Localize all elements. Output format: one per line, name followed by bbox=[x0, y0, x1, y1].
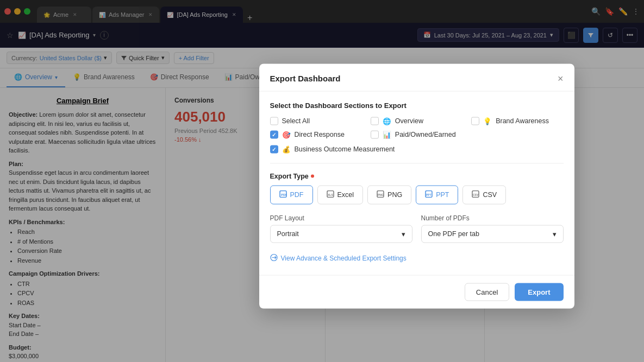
direct-response-icon: 🎯 bbox=[282, 130, 291, 138]
checkbox-overview-box[interactable] bbox=[371, 117, 379, 125]
modal-title: Export Dashboard bbox=[270, 74, 341, 83]
checkbox-select-all-box[interactable] bbox=[270, 117, 278, 125]
export-excel-button[interactable]: XLS Excel bbox=[317, 185, 364, 204]
svg-text:PNG: PNG bbox=[378, 193, 384, 196]
layout-row: PDF Layout Portrait ▾ Number of PDFs One… bbox=[270, 214, 564, 243]
sections-label: Select the Dashboard Sections to Export bbox=[270, 101, 564, 109]
ppt-icon: PPT bbox=[425, 190, 433, 199]
num-pdfs-chevron: ▾ bbox=[553, 230, 557, 238]
checkbox-select-all[interactable]: Select All bbox=[270, 117, 362, 125]
export-pdf-button[interactable]: PDF PDF bbox=[270, 185, 313, 204]
checkbox-brand-awareness[interactable]: 💡 Brand Awareness bbox=[471, 117, 563, 125]
svg-text:CSV: CSV bbox=[473, 193, 479, 196]
divider bbox=[270, 163, 564, 163]
paid-icon: 📊 bbox=[383, 130, 391, 138]
svg-text:PDF: PDF bbox=[281, 193, 287, 196]
csv-icon: CSV bbox=[472, 190, 479, 199]
checkbox-business-outcome[interactable]: 💰 Business Outcome Measurement bbox=[270, 145, 463, 153]
pdf-layout-chevron: ▾ bbox=[402, 230, 405, 238]
export-type-label: Export Type bbox=[270, 172, 564, 180]
modal-close-button[interactable]: × bbox=[558, 73, 564, 83]
checkbox-paid-owned-earned[interactable]: 📊 Paid/Owned/Earned bbox=[371, 130, 462, 138]
cancel-button[interactable]: Cancel bbox=[465, 283, 509, 301]
modal-header: Export Dashboard × bbox=[259, 63, 574, 91]
business-outcome-icon: 💰 bbox=[282, 145, 291, 153]
advanced-settings-link[interactable]: View Advance & Scheduled Export Settings bbox=[270, 251, 564, 265]
excel-icon: XLS bbox=[327, 190, 334, 199]
num-pdfs-group: Number of PDFs One PDF per tab ▾ bbox=[421, 214, 564, 243]
export-csv-button[interactable]: CSV CSV bbox=[462, 185, 506, 204]
checkbox-direct-response[interactable]: 🎯 Direct Response bbox=[270, 130, 362, 138]
brand-awareness-icon: 💡 bbox=[483, 117, 492, 125]
png-icon: PNG bbox=[377, 190, 384, 199]
pdf-icon: PDF bbox=[279, 190, 287, 199]
checkbox-overview[interactable]: 🌐 Overview bbox=[371, 117, 462, 125]
export-dashboard-modal: Export Dashboard × Select the Dashboard … bbox=[259, 63, 574, 308]
required-indicator bbox=[311, 174, 314, 177]
svg-text:PPT: PPT bbox=[426, 193, 432, 196]
pdf-layout-select[interactable]: Portrait ▾ bbox=[270, 225, 412, 243]
checkbox-grid: Select All 🌐 Overview 💡 Brand Awareness … bbox=[270, 117, 564, 153]
modal-body: Select the Dashboard Sections to Export … bbox=[259, 91, 574, 275]
export-button[interactable]: Export bbox=[515, 283, 563, 301]
checkbox-business-outcome-box[interactable] bbox=[270, 145, 278, 153]
checkbox-paid-box[interactable] bbox=[371, 130, 379, 138]
advanced-link-icon bbox=[270, 253, 278, 263]
overview-icon: 🌐 bbox=[383, 117, 391, 125]
checkbox-brand-awareness-box[interactable] bbox=[471, 117, 479, 125]
modal-footer: Cancel Export bbox=[259, 275, 574, 308]
pdf-layout-group: PDF Layout Portrait ▾ bbox=[270, 214, 412, 243]
export-png-button[interactable]: PNG PNG bbox=[367, 185, 411, 204]
export-type-row: PDF PDF XLS Excel PNG bbox=[270, 185, 564, 204]
svg-text:XLS: XLS bbox=[328, 193, 333, 196]
export-ppt-button[interactable]: PPT PPT bbox=[416, 185, 458, 204]
checkbox-direct-response-box[interactable] bbox=[270, 130, 278, 138]
num-pdfs-select[interactable]: One PDF per tab ▾ bbox=[421, 225, 564, 243]
